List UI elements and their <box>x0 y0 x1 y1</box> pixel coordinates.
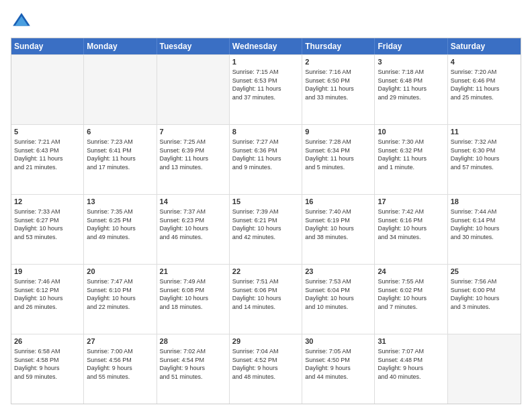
calendar-cell: 5Sunrise: 7:21 AM Sunset: 6:43 PM Daylig… <box>11 125 84 194</box>
calendar-cell: 8Sunrise: 7:27 AM Sunset: 6:36 PM Daylig… <box>230 125 302 194</box>
calendar-cell: 6Sunrise: 7:23 AM Sunset: 6:41 PM Daylig… <box>84 125 157 194</box>
day-info: Sunrise: 7:47 AM Sunset: 6:10 PM Dayligh… <box>87 278 136 310</box>
day-number: 17 <box>378 197 444 207</box>
day-number: 11 <box>451 127 518 137</box>
day-number: 23 <box>305 267 371 277</box>
day-number: 3 <box>378 57 444 67</box>
day-number: 20 <box>87 267 153 277</box>
day-number: 30 <box>305 336 371 347</box>
day-number: 16 <box>305 197 371 207</box>
day-number: 13 <box>87 197 153 207</box>
header <box>11 11 521 32</box>
weekday-header: Tuesday <box>157 38 230 54</box>
calendar-cell: 2Sunrise: 7:16 AM Sunset: 6:50 PM Daylig… <box>302 55 375 124</box>
calendar-cell <box>157 55 230 124</box>
calendar-cell: 25Sunrise: 7:56 AM Sunset: 6:00 PM Dayli… <box>448 265 521 334</box>
day-number: 10 <box>378 127 444 137</box>
day-info: Sunrise: 7:23 AM Sunset: 6:41 PM Dayligh… <box>87 138 136 171</box>
day-info: Sunrise: 7:44 AM Sunset: 6:14 PM Dayligh… <box>451 208 500 240</box>
day-number: 4 <box>451 57 518 67</box>
day-info: Sunrise: 7:30 AM Sunset: 6:32 PM Dayligh… <box>378 138 427 171</box>
day-info: Sunrise: 7:02 AM Sunset: 4:54 PM Dayligh… <box>160 348 206 380</box>
day-info: Sunrise: 7:56 AM Sunset: 6:00 PM Dayligh… <box>451 278 500 310</box>
calendar-cell: 15Sunrise: 7:39 AM Sunset: 6:21 PM Dayli… <box>230 195 302 264</box>
day-info: Sunrise: 7:35 AM Sunset: 6:25 PM Dayligh… <box>87 208 136 240</box>
day-info: Sunrise: 7:07 AM Sunset: 4:48 PM Dayligh… <box>378 348 424 380</box>
calendar-row: 26Sunrise: 6:58 AM Sunset: 4:58 PM Dayli… <box>11 334 521 404</box>
day-info: Sunrise: 7:04 AM Sunset: 4:52 PM Dayligh… <box>232 348 279 380</box>
day-info: Sunrise: 7:32 AM Sunset: 6:30 PM Dayligh… <box>451 138 500 171</box>
day-number: 7 <box>160 127 226 137</box>
calendar-cell: 26Sunrise: 6:58 AM Sunset: 4:58 PM Dayli… <box>11 334 84 404</box>
calendar-cell: 28Sunrise: 7:02 AM Sunset: 4:54 PM Dayli… <box>157 334 230 404</box>
day-info: Sunrise: 7:37 AM Sunset: 6:23 PM Dayligh… <box>160 208 209 240</box>
day-number: 14 <box>160 197 226 207</box>
calendar-cell: 9Sunrise: 7:28 AM Sunset: 6:34 PM Daylig… <box>302 125 375 194</box>
day-info: Sunrise: 7:40 AM Sunset: 6:19 PM Dayligh… <box>305 208 354 240</box>
day-info: Sunrise: 7:18 AM Sunset: 6:48 PM Dayligh… <box>378 68 427 101</box>
day-info: Sunrise: 7:53 AM Sunset: 6:04 PM Dayligh… <box>305 278 354 310</box>
weekday-header: Thursday <box>302 38 375 54</box>
day-number: 26 <box>14 336 81 347</box>
calendar-cell: 31Sunrise: 7:07 AM Sunset: 4:48 PM Dayli… <box>375 334 447 404</box>
page: SundayMondayTuesdayWednesdayThursdayFrid… <box>0 0 532 411</box>
day-number: 18 <box>451 197 518 207</box>
day-number: 15 <box>232 197 299 207</box>
calendar-cell: 16Sunrise: 7:40 AM Sunset: 6:19 PM Dayli… <box>302 195 375 264</box>
calendar-cell: 18Sunrise: 7:44 AM Sunset: 6:14 PM Dayli… <box>448 195 521 264</box>
logo <box>11 11 35 32</box>
calendar-cell: 7Sunrise: 7:25 AM Sunset: 6:39 PM Daylig… <box>157 125 230 194</box>
day-number: 9 <box>305 127 371 137</box>
day-info: Sunrise: 7:55 AM Sunset: 6:02 PM Dayligh… <box>378 278 427 310</box>
day-number: 6 <box>87 127 153 137</box>
calendar-cell: 1Sunrise: 7:15 AM Sunset: 6:53 PM Daylig… <box>230 55 302 124</box>
weekday-header: Sunday <box>11 38 84 54</box>
calendar-cell: 3Sunrise: 7:18 AM Sunset: 6:48 PM Daylig… <box>375 55 447 124</box>
calendar-cell: 20Sunrise: 7:47 AM Sunset: 6:10 PM Dayli… <box>84 265 157 334</box>
day-info: Sunrise: 7:46 AM Sunset: 6:12 PM Dayligh… <box>14 278 63 310</box>
calendar-cell: 4Sunrise: 7:20 AM Sunset: 6:46 PM Daylig… <box>448 55 521 124</box>
day-info: Sunrise: 7:21 AM Sunset: 6:43 PM Dayligh… <box>14 138 63 171</box>
weekday-header: Friday <box>375 38 447 54</box>
calendar-row: 12Sunrise: 7:33 AM Sunset: 6:27 PM Dayli… <box>11 194 521 264</box>
day-info: Sunrise: 7:20 AM Sunset: 6:46 PM Dayligh… <box>451 68 500 101</box>
day-number: 25 <box>451 267 518 277</box>
calendar-cell: 24Sunrise: 7:55 AM Sunset: 6:02 PM Dayli… <box>375 265 447 334</box>
calendar-cell: 14Sunrise: 7:37 AM Sunset: 6:23 PM Dayli… <box>157 195 230 264</box>
day-number: 29 <box>232 336 299 347</box>
day-number: 24 <box>378 267 444 277</box>
day-number: 28 <box>160 336 226 347</box>
calendar-cell <box>84 55 157 124</box>
day-number: 31 <box>378 336 444 347</box>
calendar-row: 1Sunrise: 7:15 AM Sunset: 6:53 PM Daylig… <box>11 54 521 124</box>
day-info: Sunrise: 6:58 AM Sunset: 4:58 PM Dayligh… <box>14 348 60 380</box>
calendar-row: 19Sunrise: 7:46 AM Sunset: 6:12 PM Dayli… <box>11 264 521 334</box>
day-info: Sunrise: 7:42 AM Sunset: 6:16 PM Dayligh… <box>378 208 427 240</box>
calendar-cell: 10Sunrise: 7:30 AM Sunset: 6:32 PM Dayli… <box>375 125 447 194</box>
calendar-cell: 13Sunrise: 7:35 AM Sunset: 6:25 PM Dayli… <box>84 195 157 264</box>
calendar-cell: 23Sunrise: 7:53 AM Sunset: 6:04 PM Dayli… <box>302 265 375 334</box>
day-number: 12 <box>14 197 81 207</box>
calendar-cell: 21Sunrise: 7:49 AM Sunset: 6:08 PM Dayli… <box>157 265 230 334</box>
day-info: Sunrise: 7:28 AM Sunset: 6:34 PM Dayligh… <box>305 138 354 171</box>
calendar-cell: 29Sunrise: 7:04 AM Sunset: 4:52 PM Dayli… <box>230 334 302 404</box>
calendar-cell: 22Sunrise: 7:51 AM Sunset: 6:06 PM Dayli… <box>230 265 302 334</box>
day-number: 22 <box>232 267 299 277</box>
calendar-cell: 27Sunrise: 7:00 AM Sunset: 4:56 PM Dayli… <box>84 334 157 404</box>
day-info: Sunrise: 7:25 AM Sunset: 6:39 PM Dayligh… <box>160 138 209 171</box>
weekday-header: Wednesday <box>230 38 302 54</box>
calendar-header: SundayMondayTuesdayWednesdayThursdayFrid… <box>11 38 521 54</box>
day-info: Sunrise: 7:49 AM Sunset: 6:08 PM Dayligh… <box>160 278 209 310</box>
calendar-cell: 19Sunrise: 7:46 AM Sunset: 6:12 PM Dayli… <box>11 265 84 334</box>
day-number: 27 <box>87 336 153 347</box>
day-info: Sunrise: 7:39 AM Sunset: 6:21 PM Dayligh… <box>232 208 281 240</box>
calendar-cell: 12Sunrise: 7:33 AM Sunset: 6:27 PM Dayli… <box>11 195 84 264</box>
day-info: Sunrise: 7:27 AM Sunset: 6:36 PM Dayligh… <box>232 138 281 171</box>
day-number: 2 <box>305 57 371 67</box>
calendar-cell <box>448 334 521 404</box>
calendar-body: 1Sunrise: 7:15 AM Sunset: 6:53 PM Daylig… <box>11 54 521 404</box>
day-number: 8 <box>232 127 299 137</box>
calendar: SundayMondayTuesdayWednesdayThursdayFrid… <box>11 38 521 404</box>
day-info: Sunrise: 7:16 AM Sunset: 6:50 PM Dayligh… <box>305 68 354 101</box>
day-info: Sunrise: 7:00 AM Sunset: 4:56 PM Dayligh… <box>87 348 133 380</box>
